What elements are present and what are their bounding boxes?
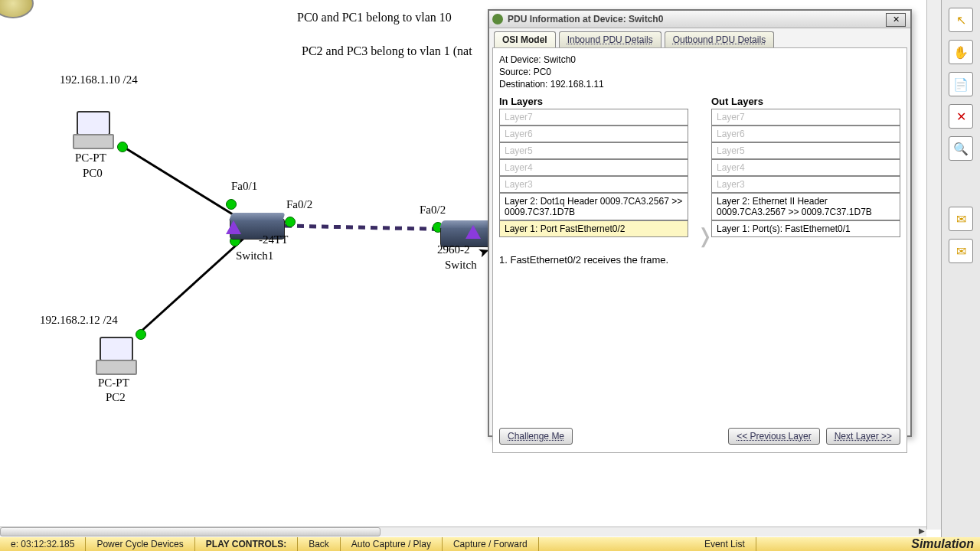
- in-layer7[interactable]: Layer7: [499, 109, 688, 126]
- link-status-dot: [117, 142, 128, 152]
- meta-device: At Device: Switch0: [499, 54, 900, 65]
- note-vlan1: PC2 and PC3 belong to vlan 1 (nat: [302, 44, 472, 58]
- tool-delete-icon[interactable]: ✕: [949, 104, 973, 129]
- pc2-ip-label: 192.168.2.12 /24: [40, 314, 118, 327]
- note-vlan10: PC0 and PC1 belong to vlan 10: [297, 11, 452, 24]
- tool-complex-pdu-icon[interactable]: ✉: [949, 239, 973, 263]
- window-app-icon: [492, 14, 503, 24]
- pdu-marker-icon[interactable]: [466, 225, 481, 239]
- in-layer6[interactable]: Layer6: [499, 126, 688, 142]
- out-layers-column: Out Layers Layer7 Layer6 Layer5 Layer4 L…: [711, 96, 900, 237]
- pdu-marker-icon[interactable]: [226, 220, 241, 234]
- switch1-model-label: -24TT: [259, 233, 288, 246]
- status-bar: e: 03:12:32.185 Power Cycle Devices PLAY…: [0, 537, 980, 551]
- out-layer6[interactable]: Layer6: [711, 126, 900, 142]
- challenge-me-button[interactable]: Challenge Me: [499, 428, 573, 445]
- event-list-button[interactable]: Event List: [694, 537, 756, 551]
- horizontal-scrollbar[interactable]: ▶: [0, 527, 926, 536]
- link-status-dot: [226, 199, 237, 210]
- pc0-type-label: PC-PT: [75, 152, 106, 165]
- in-layer2[interactable]: Layer 2: Dot1q Header 0009.7CA3.2567 >> …: [499, 193, 688, 220]
- tool-simple-pdu-icon[interactable]: ✉: [949, 207, 973, 231]
- tool-hand-icon[interactable]: ✋: [949, 40, 973, 64]
- svg-line-1: [139, 237, 245, 333]
- out-layer4[interactable]: Layer4: [711, 159, 900, 176]
- switch0-port-fa02: Fa0/2: [420, 204, 446, 217]
- in-layer4[interactable]: Layer4: [499, 159, 688, 176]
- out-layer7[interactable]: Layer7: [711, 109, 900, 126]
- window-title: PDU Information at Device: Switch0: [508, 14, 663, 24]
- switch1-name-label: Switch1: [236, 249, 273, 262]
- tool-note-icon[interactable]: 📄: [949, 72, 973, 96]
- out-layer5[interactable]: Layer5: [711, 142, 900, 159]
- in-layer3[interactable]: Layer3: [499, 176, 688, 193]
- pc2-icon[interactable]: [96, 337, 134, 375]
- pc0-ip-label: 192.168.1.10 /24: [60, 73, 138, 86]
- switch0-model-label: 2960-2: [437, 243, 470, 256]
- process-description: 1. FastEthernet0/2 receives the frame.: [499, 254, 900, 266]
- router-icon[interactable]: [0, 0, 34, 18]
- pc0-name-label: PC0: [83, 167, 103, 180]
- pdu-meta: At Device: Switch0 Source: PC0 Destinati…: [499, 54, 900, 90]
- out-layer3[interactable]: Layer3: [711, 176, 900, 193]
- tab-inbound-pdu[interactable]: Inbound PDU Details: [559, 31, 662, 47]
- tab-osi-model[interactable]: OSI Model: [494, 31, 556, 47]
- scroll-right-arrow-icon[interactable]: ▶: [919, 527, 925, 535]
- link-status-dot: [136, 329, 146, 340]
- out-layers-header: Out Layers: [711, 96, 900, 107]
- vertical-scrollbar[interactable]: [926, 0, 941, 530]
- window-titlebar[interactable]: PDU Information at Device: Switch0 ✕: [489, 11, 910, 28]
- link-status-dot: [285, 217, 296, 227]
- tab-outbound-pdu[interactable]: Outbound PDU Details: [665, 31, 774, 47]
- right-toolbar: ↖ ✋ 📄 ✕ 🔍 ✉ ✉: [941, 0, 980, 551]
- in-layers-column: In Layers Layer7 Layer6 Layer5 Layer4 La…: [499, 96, 688, 237]
- meta-source: Source: PC0: [499, 67, 900, 77]
- out-layer2[interactable]: Layer 2: Ethernet II Header 0009.7CA3.25…: [711, 193, 900, 220]
- switch0-name-label: Switch: [445, 259, 477, 272]
- pdu-info-window: PDU Information at Device: Switch0 ✕ OSI…: [488, 9, 912, 437]
- mode-label[interactable]: Simulation: [911, 537, 980, 551]
- auto-capture-button[interactable]: Auto Capture / Play: [341, 537, 443, 551]
- tool-inspect-icon[interactable]: 🔍: [949, 136, 973, 161]
- switch1-port-fa01: Fa0/1: [231, 180, 257, 193]
- in-layer1[interactable]: Layer 1: Port FastEthernet0/2: [499, 220, 688, 237]
- meta-destination: Destination: 192.168.1.11: [499, 79, 900, 90]
- back-button[interactable]: Back: [298, 537, 341, 551]
- close-button[interactable]: ✕: [886, 13, 906, 27]
- power-cycle-button[interactable]: Power Cycle Devices: [86, 537, 194, 551]
- in-layers-header: In Layers: [499, 96, 688, 107]
- sim-time: e: 03:12:32.185: [0, 537, 86, 551]
- pdu-tabs: OSI Model Inbound PDU Details Outbound P…: [489, 28, 910, 47]
- next-layer-button[interactable]: Next Layer >>: [826, 428, 900, 445]
- out-layer1[interactable]: Layer 1: Port(s): FastEthernet0/1: [711, 220, 900, 237]
- in-layer5[interactable]: Layer5: [499, 142, 688, 159]
- pdu-body: At Device: Switch0 Source: PC0 Destinati…: [492, 47, 907, 453]
- svg-line-0: [121, 145, 245, 222]
- pc2-name-label: PC2: [106, 391, 126, 404]
- pc0-icon[interactable]: [73, 111, 111, 149]
- previous-layer-button[interactable]: << Previous Layer: [728, 428, 819, 445]
- tool-select-icon[interactable]: ↖: [949, 8, 973, 32]
- layers-arrow-icon: ❭: [697, 224, 714, 248]
- capture-forward-button[interactable]: Capture / Forward: [443, 537, 539, 551]
- pc2-type-label: PC-PT: [98, 377, 129, 390]
- switch1-port-fa02: Fa0/2: [286, 198, 312, 211]
- scrollbar-thumb[interactable]: [0, 527, 381, 536]
- play-controls-label: PLAY CONTROLS:: [195, 537, 298, 551]
